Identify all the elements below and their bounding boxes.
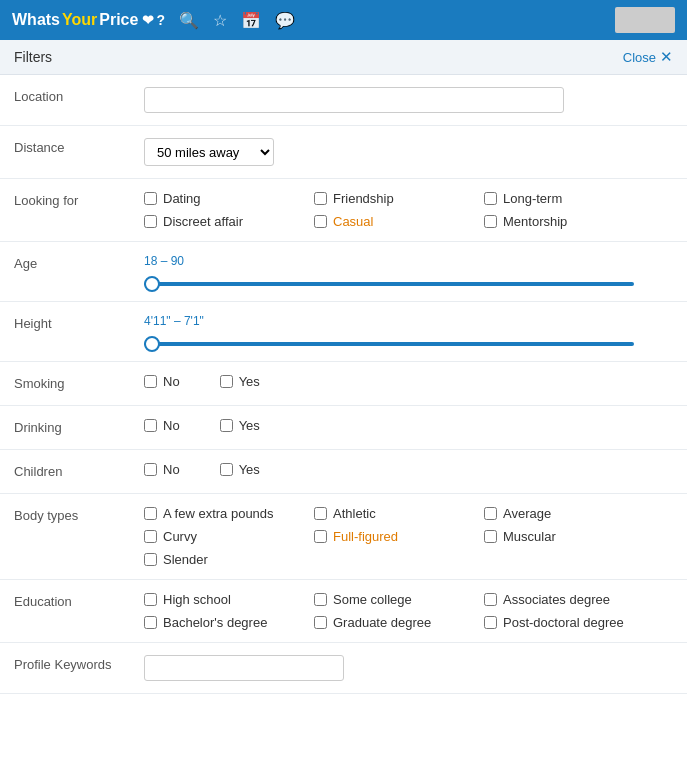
checkbox-discreet[interactable]: Discreet affair <box>144 214 304 229</box>
checkbox-mentorship-label: Mentorship <box>503 214 567 229</box>
checkbox-athletic[interactable]: Athletic <box>314 506 474 521</box>
body-types-label: Body types <box>14 506 144 523</box>
star-icon[interactable]: ☆ <box>213 11 227 30</box>
checkbox-discreet-input[interactable] <box>144 215 157 228</box>
checkbox-casual[interactable]: Casual <box>314 214 474 229</box>
checkbox-postdoctoral[interactable]: Post-doctoral degree <box>484 615 644 630</box>
education-grid: High school Some college Associates degr… <box>144 592 673 630</box>
checkbox-drinking-no-input[interactable] <box>144 419 157 432</box>
children-row: Children No Yes <box>0 450 687 494</box>
checkbox-graduate-input[interactable] <box>314 616 327 629</box>
checkbox-children-no[interactable]: No <box>144 462 180 477</box>
profile-keywords-input[interactable] <box>144 655 344 681</box>
checkbox-longterm-input[interactable] <box>484 192 497 205</box>
drinking-yes-label: Yes <box>239 418 260 433</box>
checkbox-full-figured-input[interactable] <box>314 530 327 543</box>
checkbox-bachelors-input[interactable] <box>144 616 157 629</box>
close-label[interactable]: Close <box>623 50 656 65</box>
looking-for-grid: Dating Friendship Long-term Discreet aff… <box>144 191 673 229</box>
checkbox-some-college-input[interactable] <box>314 593 327 606</box>
checkbox-some-college[interactable]: Some college <box>314 592 474 607</box>
location-input[interactable] <box>144 87 564 113</box>
checkbox-slender[interactable]: Slender <box>144 552 304 567</box>
location-label: Location <box>14 87 144 104</box>
checkbox-full-figured[interactable]: Full-figured <box>314 529 474 544</box>
checkbox-bachelors[interactable]: Bachelor's degree <box>144 615 304 630</box>
smoking-label: Smoking <box>14 374 144 391</box>
checkbox-drinking-no[interactable]: No <box>144 418 180 433</box>
checkbox-smoking-yes[interactable]: Yes <box>220 374 260 389</box>
distance-select[interactable]: 10 miles away 25 miles away 50 miles awa… <box>144 138 274 166</box>
checkbox-children-yes[interactable]: Yes <box>220 462 260 477</box>
location-row: Location <box>0 75 687 126</box>
checkbox-associates[interactable]: Associates degree <box>484 592 644 607</box>
height-label: Height <box>14 314 144 331</box>
checkbox-dating[interactable]: Dating <box>144 191 304 206</box>
age-label: Age <box>14 254 144 271</box>
checkbox-graduate[interactable]: Graduate degree <box>314 615 474 630</box>
checkbox-high-school[interactable]: High school <box>144 592 304 607</box>
search-icon[interactable]: 🔍 <box>179 11 199 30</box>
checkbox-extra-pounds[interactable]: A few extra pounds <box>144 506 304 521</box>
checkbox-longterm-label: Long-term <box>503 191 562 206</box>
checkbox-drinking-yes-input[interactable] <box>220 419 233 432</box>
checkbox-slender-input[interactable] <box>144 553 157 566</box>
average-label: Average <box>503 506 551 521</box>
brand-whats: Whats <box>12 11 60 29</box>
height-slider-wrapper <box>144 334 634 349</box>
age-min-slider[interactable] <box>144 282 634 286</box>
chat-icon[interactable]: 💬 <box>275 11 295 30</box>
checkbox-athletic-input[interactable] <box>314 507 327 520</box>
checkbox-children-no-input[interactable] <box>144 463 157 476</box>
bachelors-label: Bachelor's degree <box>163 615 267 630</box>
checkbox-associates-input[interactable] <box>484 593 497 606</box>
checkbox-dating-input[interactable] <box>144 192 157 205</box>
height-row: Height 4'11" – 7'1" <box>0 302 687 362</box>
checkbox-friendship-input[interactable] <box>314 192 327 205</box>
checkbox-smoking-yes-input[interactable] <box>220 375 233 388</box>
education-row: Education High school Some college Assoc… <box>0 580 687 643</box>
smoking-options: No Yes <box>144 374 673 389</box>
filters-title: Filters <box>14 49 52 65</box>
checkbox-friendship[interactable]: Friendship <box>314 191 474 206</box>
checkbox-children-yes-input[interactable] <box>220 463 233 476</box>
distance-control: 10 miles away 25 miles away 50 miles awa… <box>144 138 673 166</box>
checkbox-extra-pounds-input[interactable] <box>144 507 157 520</box>
extra-pounds-label: A few extra pounds <box>163 506 274 521</box>
checkbox-average-input[interactable] <box>484 507 497 520</box>
children-options: No Yes <box>144 462 673 477</box>
children-label: Children <box>14 462 144 479</box>
checkbox-drinking-yes[interactable]: Yes <box>220 418 260 433</box>
close-button[interactable]: Close ✕ <box>623 48 673 66</box>
checkbox-curvy-input[interactable] <box>144 530 157 543</box>
checkbox-longterm[interactable]: Long-term <box>484 191 644 206</box>
checkbox-smoking-no[interactable]: No <box>144 374 180 389</box>
checkbox-high-school-input[interactable] <box>144 593 157 606</box>
checkbox-muscular[interactable]: Muscular <box>484 529 644 544</box>
calendar-icon[interactable]: 📅 <box>241 11 261 30</box>
looking-for-row: Looking for Dating Friendship Long-term … <box>0 179 687 242</box>
checkbox-curvy[interactable]: Curvy <box>144 529 304 544</box>
children-no-label: No <box>163 462 180 477</box>
smoking-row: Smoking No Yes <box>0 362 687 406</box>
checkbox-casual-input[interactable] <box>314 215 327 228</box>
distance-label: Distance <box>14 138 144 155</box>
height-min-slider[interactable] <box>144 342 634 346</box>
checkbox-smoking-no-input[interactable] <box>144 375 157 388</box>
profile-keywords-row: Profile Keywords <box>0 643 687 694</box>
athletic-label: Athletic <box>333 506 376 521</box>
question-icon[interactable]: ? <box>156 12 165 28</box>
checkbox-postdoctoral-input[interactable] <box>484 616 497 629</box>
height-range-label: 4'11" – 7'1" <box>144 314 673 328</box>
checkbox-mentorship-input[interactable] <box>484 215 497 228</box>
checkbox-average[interactable]: Average <box>484 506 644 521</box>
brand-your: Your <box>62 11 97 29</box>
close-icon[interactable]: ✕ <box>660 48 673 66</box>
checkbox-mentorship[interactable]: Mentorship <box>484 214 644 229</box>
checkbox-discreet-label: Discreet affair <box>163 214 243 229</box>
user-avatar[interactable] <box>615 7 675 33</box>
heart-icon: ❤ <box>142 12 154 28</box>
filters-header: Filters Close ✕ <box>0 40 687 75</box>
checkbox-muscular-input[interactable] <box>484 530 497 543</box>
education-label: Education <box>14 592 144 609</box>
